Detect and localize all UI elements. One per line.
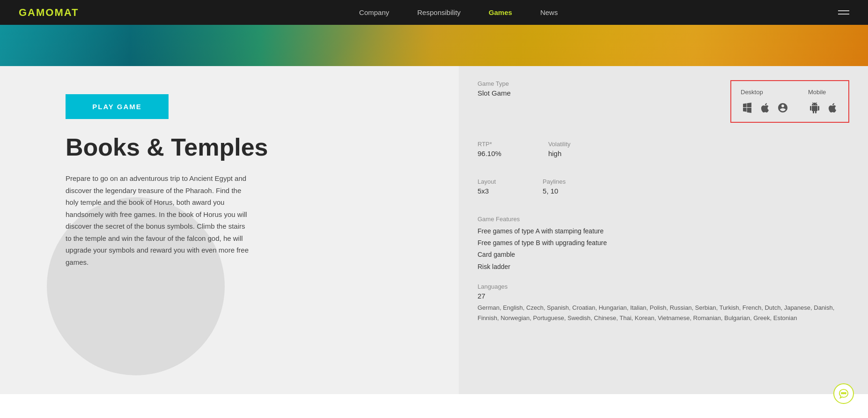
features-group: Game Features Free games of type A with …	[478, 216, 849, 273]
mobile-label: Mobile	[808, 89, 839, 96]
feature-item-2: Free games of type B with upgrading feat…	[478, 237, 849, 249]
game-title: Books & Temples	[66, 133, 431, 161]
feature-item-1: Free games of type A with stamping featu…	[478, 225, 849, 237]
nav-news[interactable]: News	[540, 8, 558, 16]
game-type-group: Game Type Slot Game	[478, 80, 511, 97]
hero-banner	[0, 25, 868, 66]
rtp-volatility-row: RTP* 96.10% Volatility high	[478, 141, 849, 168]
right-section: Game Type Slot Game Desktop	[459, 66, 868, 394]
header: GAMOMAT Company Responsibility Games New…	[0, 0, 868, 25]
paylines-value: 5, 10	[543, 187, 566, 195]
linux-icon	[776, 101, 789, 114]
platform-section: Desktop	[730, 80, 849, 123]
desktop-icons	[741, 101, 789, 114]
game-type-label: Game Type	[478, 80, 511, 87]
hamburger-menu[interactable]	[838, 10, 849, 15]
desktop-platform-group: Desktop	[741, 89, 789, 114]
mobile-platform-group: Mobile	[808, 89, 839, 114]
layout-group: Layout 5x3	[478, 178, 496, 195]
feature-item-3: Card gamble	[478, 249, 849, 261]
mobile-icons	[808, 101, 839, 114]
left-section: PLAY GAME Books & Temples Prepare to go …	[0, 66, 459, 394]
languages-text: German, English, Czech, Spanish, Croatia…	[478, 303, 849, 323]
paylines-label: Paylines	[543, 178, 566, 185]
nav-company[interactable]: Company	[359, 8, 389, 16]
apple-mac-icon	[758, 101, 772, 114]
svg-point-0	[843, 393, 845, 394]
android-icon	[808, 101, 821, 114]
windows-icon	[741, 101, 754, 114]
features-label: Game Features	[478, 216, 849, 223]
languages-label: Languages	[478, 283, 849, 290]
rtp-label: RTP*	[478, 141, 501, 148]
rtp-group: RTP* 96.10%	[478, 141, 501, 157]
apple-mobile-icon	[826, 101, 839, 114]
rtp-value: 96.10%	[478, 149, 501, 157]
languages-group: Languages 27 German, English, Czech, Spa…	[478, 283, 849, 323]
feature-item-4: Risk ladder	[478, 261, 849, 273]
game-type-value: Slot Game	[478, 89, 511, 97]
play-game-button[interactable]: PLAY GAME	[66, 94, 169, 119]
main-content: PLAY GAME Books & Temples Prepare to go …	[0, 66, 868, 394]
languages-count: 27	[478, 292, 849, 300]
volatility-value: high	[548, 149, 571, 157]
desktop-label: Desktop	[741, 89, 789, 96]
volatility-label: Volatility	[548, 141, 571, 148]
paylines-group: Paylines 5, 10	[543, 178, 566, 195]
svg-point-1	[841, 393, 843, 394]
layout-paylines-row: Layout 5x3 Paylines 5, 10	[478, 178, 849, 205]
nav-responsibility[interactable]: Responsibility	[417, 8, 461, 16]
svg-point-2	[845, 393, 846, 394]
volatility-group: Volatility high	[548, 141, 571, 157]
layout-value: 5x3	[478, 187, 496, 195]
nav-games[interactable]: Games	[489, 8, 512, 16]
game-description: Prepare to go on an adventurous trip to …	[66, 172, 253, 268]
layout-label: Layout	[478, 178, 496, 185]
logo: GAMOMAT	[19, 7, 79, 19]
nav: Company Responsibility Games News	[359, 8, 558, 16]
features-list: Free games of type A with stamping featu…	[478, 225, 849, 273]
